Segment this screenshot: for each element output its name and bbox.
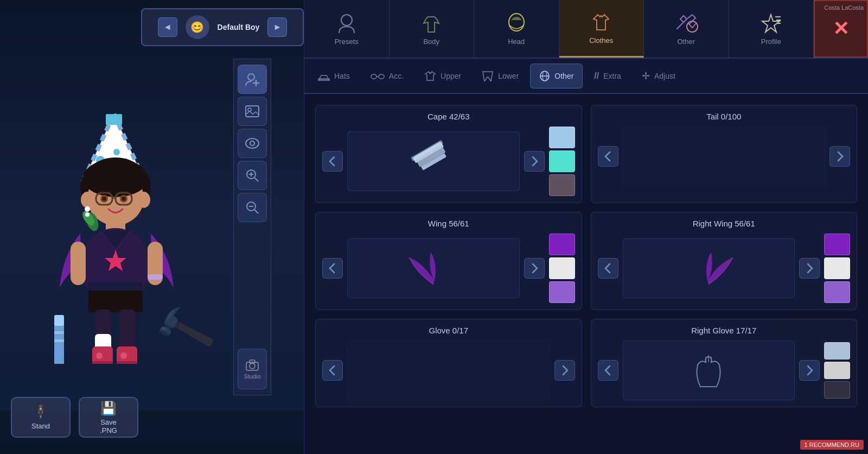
tab-body-label: Body [423,37,439,46]
svg-rect-33 [54,331,64,334]
right-wing-prev-button[interactable] [598,258,618,279]
subtab-adjust[interactable]: ✛ Adjust [633,64,685,89]
svg-rect-49 [246,106,259,117]
main-panel: Presets Body Head Clothes Other Profile … [304,0,868,454]
svg-point-64 [509,14,524,31]
svg-point-10 [83,159,148,197]
right-wing-section: Right Wing 56/61 [591,212,858,310]
right-glove-display [623,340,795,400]
svg-rect-36 [148,274,163,280]
prev-character-button[interactable]: ◄ [158,17,177,37]
svg-marker-44 [117,361,137,364]
cape-section: Cape 42/63 [315,105,582,203]
wing-section: Wing 56/61 [315,212,582,310]
right-wing-color-1[interactable] [824,234,850,255]
character-name: Default Boy [218,23,260,31]
cape-color-2[interactable] [549,150,575,172]
right-wing-color-2[interactable] [824,257,850,279]
tail-prev-button[interactable] [598,146,618,167]
tab-profile-label: Profile [761,37,781,46]
glove-section: Glove 0/17 [315,319,582,407]
character-avatar-icon: 😊 [186,15,209,39]
svg-point-23 [85,212,90,217]
save-png-button[interactable]: 💾 Save .PNG [79,397,138,438]
subtab-lower[interactable]: Lower [473,64,528,89]
wing-prev-button[interactable] [322,258,343,279]
glove-prev-button[interactable] [322,360,343,381]
cape-color-1[interactable] [549,127,575,148]
svg-rect-29 [71,242,86,285]
right-glove-color-3[interactable] [824,381,850,399]
right-wing-next-button[interactable] [799,258,820,279]
wing-color-1[interactable] [549,234,575,255]
tab-other[interactable]: Other [644,0,729,58]
tab-body[interactable]: Body [390,0,475,58]
tab-head[interactable]: Head [474,0,559,58]
svg-point-65 [687,21,698,32]
glove-display [347,340,550,400]
svg-point-3 [113,149,120,155]
right-glove-section: Right Glove 17/17 [591,319,858,407]
sub-tabs: Hats Acc. Upper Lower Other // Extra ✛ A… [304,59,868,94]
svg-point-46 [248,74,254,80]
subtab-hats[interactable]: Hats [309,64,359,89]
cape-row [322,127,575,196]
zoom-in-button[interactable] [238,161,267,190]
svg-rect-34 [54,339,64,342]
wing-color-2[interactable] [549,257,575,279]
tail-next-button[interactable] [829,146,850,167]
subtab-upper-label: Upper [441,72,461,80]
subtab-other[interactable]: Other [530,64,583,89]
right-wing-colors [824,234,850,303]
svg-point-19 [122,197,126,201]
cape-colors [549,127,575,196]
wing-title: Wing 56/61 [322,219,575,228]
side-toolbar: Studio [233,59,271,395]
right-glove-color-1[interactable] [824,342,850,360]
studio-button[interactable]: Studio [238,349,267,389]
tab-head-label: Head [508,37,525,46]
svg-rect-7 [106,114,122,125]
svg-point-51 [246,138,259,148]
svg-point-22 [85,206,90,212]
wing-next-button[interactable] [524,258,545,279]
right-wing-color-3[interactable] [824,281,850,303]
tab-presets-label: Presets [335,37,359,46]
cape-color-3[interactable] [549,174,575,196]
character-name-bar: ◄ 😊 Default Boy ► [141,8,304,46]
svg-rect-31 [54,315,64,326]
svg-line-59 [254,210,258,213]
right-glove-color-2[interactable] [824,362,850,379]
zoom-out-button[interactable] [238,193,267,222]
svg-point-45 [120,352,127,359]
right-glove-next-button[interactable] [799,360,820,381]
content-area: Cape 42/63 [304,94,868,418]
cape-prev-button[interactable] [322,151,343,172]
subtab-acc-label: Acc. [389,72,404,80]
tab-presets[interactable]: Presets [304,0,390,58]
bottom-buttons: 🕴 Stand 💾 Save .PNG [11,397,138,438]
wing-colors [549,234,575,303]
right-glove-colors [824,342,850,399]
wing-color-3[interactable] [549,281,575,303]
tail-title: Tail 0/100 [598,112,851,121]
glove-title: Glove 0/17 [322,326,575,335]
svg-point-61 [250,363,255,369]
next-character-button[interactable]: ► [267,17,287,37]
right-glove-prev-button[interactable] [598,360,618,381]
glove-next-button[interactable] [554,360,575,381]
subtab-extra[interactable]: // Extra [585,64,630,89]
svg-marker-41 [92,361,113,364]
visibility-button[interactable] [238,129,267,158]
subtab-acc[interactable]: Acc. [361,64,413,89]
stand-button[interactable]: 🕴 Stand [11,397,71,438]
subtab-adjust-icon: ✛ [642,70,650,82]
subtab-upper[interactable]: Upper [415,64,470,89]
add-character-button[interactable] [238,65,267,94]
tab-clothes[interactable]: Clothes [559,0,644,58]
svg-point-11 [81,192,94,208]
studio-label: Studio [244,373,260,380]
tab-profile[interactable]: Profile [729,0,814,58]
image-button[interactable] [238,97,267,126]
cape-next-button[interactable] [524,151,545,172]
